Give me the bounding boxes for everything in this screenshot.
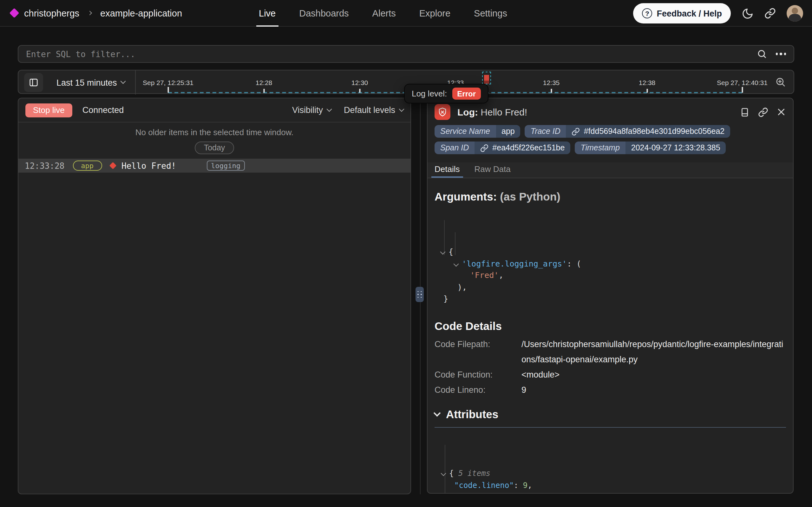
main-nav: Live Dashboards Alerts Explore Settings	[259, 0, 507, 26]
row-value: /Users/christophersamiullah/repos/pydant…	[521, 337, 786, 367]
top-nav: christophergs example-application Live D…	[0, 0, 812, 26]
badge-label: Trace ID	[525, 125, 566, 138]
stop-live-button[interactable]: Stop live	[25, 103, 72, 117]
badge-value: app	[496, 125, 520, 138]
tick-label-start: Sep 27, 12:25:31	[143, 79, 193, 86]
default-levels-label: Default levels	[344, 105, 395, 115]
collapse-chevron-icon[interactable]	[441, 471, 446, 476]
tick-label: 12:38	[639, 79, 655, 86]
service-name-badge: Service Name app	[435, 125, 520, 138]
attributes-divider	[435, 427, 786, 428]
tick-label: 12:30	[352, 79, 368, 86]
tooltip-label: Log level:	[412, 89, 447, 98]
badge-value: #fdd5694a8fa98eb4e301d99ebc056ea2	[584, 127, 725, 136]
code-details-rows: Code Filepath: /Users/christophersamiull…	[435, 337, 786, 398]
nav-item-settings[interactable]: Settings	[474, 0, 507, 26]
chevron-down-icon	[326, 106, 332, 112]
code-filepath-row: Code Filepath: /Users/christophersamiull…	[435, 337, 786, 367]
tab-details[interactable]: Details	[435, 162, 460, 178]
breadcrumb-org[interactable]: christophergs	[24, 8, 79, 18]
nav-item-explore[interactable]: Explore	[419, 0, 450, 26]
indent-guide	[454, 493, 455, 494]
scope-tag: logging	[206, 161, 245, 171]
arguments-heading: Arguments: (as Python)	[435, 190, 786, 204]
error-level-badge: Error	[452, 88, 481, 100]
collapse-chevron-icon[interactable]	[453, 261, 459, 267]
user-avatar[interactable]	[787, 5, 803, 21]
service-tag: app	[73, 161, 102, 171]
more-options-icon[interactable]	[775, 53, 786, 55]
filter-actions	[756, 49, 794, 59]
timeline-start-bracket	[168, 87, 169, 93]
empty-state-message: No older items in the selected time wind…	[135, 127, 294, 137]
row-value: 9	[521, 382, 786, 398]
timestamp-badge: Timestamp 2024-09-27 12:33:28.385	[575, 142, 726, 154]
default-levels-dropdown[interactable]: Default levels	[344, 105, 403, 115]
timeline-end-bracket	[742, 87, 743, 93]
nav-item-live[interactable]: Live	[259, 0, 275, 26]
tick-mark	[264, 89, 264, 93]
permalink-icon[interactable]	[758, 107, 768, 117]
row-label: Code Function:	[435, 367, 521, 382]
moon-icon	[742, 7, 754, 19]
log-row[interactable]: 12:33:28 app Hello Fred! logging	[18, 159, 411, 173]
today-button[interactable]: Today	[195, 142, 234, 154]
tick-mark	[647, 89, 648, 93]
visibility-label: Visibility	[292, 105, 323, 115]
attributes-code[interactable]: { 5 items"code.lineno": 9,"code.function…	[435, 432, 786, 494]
tab-raw-data[interactable]: Raw Data	[475, 162, 511, 178]
tick-mark	[359, 89, 360, 93]
search-icon[interactable]	[756, 49, 767, 59]
error-diamond-icon	[109, 162, 116, 169]
panel-drag-handle[interactable]	[416, 287, 424, 302]
log-level-tooltip: Log level: Error	[404, 84, 489, 103]
nav-actions: ? Feedback / Help	[633, 0, 803, 26]
row-label: Code Lineno:	[435, 382, 521, 398]
attributes-heading: Attributes	[446, 408, 498, 421]
link-icon	[480, 144, 489, 152]
chevron-down-icon	[434, 410, 441, 417]
close-icon[interactable]	[776, 107, 786, 117]
visibility-dropdown[interactable]: Visibility	[292, 105, 331, 115]
feedback-help-button[interactable]: ? Feedback / Help	[633, 3, 731, 23]
logfire-app: christophergs example-application Live D…	[0, 0, 812, 507]
breadcrumb-project[interactable]: example-application	[100, 8, 182, 18]
logfire-logo-icon[interactable]	[9, 8, 19, 18]
attributes-toggle[interactable]: Attributes	[435, 408, 786, 421]
trace-id-badge[interactable]: Trace ID #fdd5694a8fa98eb4e301d99ebc056e…	[525, 125, 731, 138]
details-title-text: Hello Fred!	[481, 107, 527, 117]
span-id-badge[interactable]: Span ID #ea4d5f226ec151be	[435, 142, 570, 154]
dark-mode-toggle[interactable]	[742, 7, 754, 19]
code-lineno-row: Code Lineno: 9	[435, 382, 786, 398]
collapse-chevron-icon[interactable]	[440, 249, 446, 255]
timeline-zoom-button[interactable]	[775, 77, 786, 88]
empty-state: No older items in the selected time wind…	[18, 122, 411, 159]
nav-item-dashboards[interactable]: Dashboards	[299, 0, 349, 26]
row-label: Code Filepath:	[435, 337, 521, 367]
live-panel-header: Stop live Connected Visibility Default l…	[18, 98, 411, 122]
link-icon	[764, 8, 776, 19]
arguments-subheading: (as Python)	[500, 190, 560, 203]
chevron-down-icon	[399, 106, 404, 112]
metadata-badges: Service Name app Trace ID #fdd5694a8fa98…	[428, 122, 793, 154]
tick-mark	[551, 89, 552, 93]
badge-value: #ea4d5f226ec151be	[492, 144, 565, 152]
share-link-button[interactable]	[764, 8, 776, 19]
tick-label: 12:35	[543, 79, 560, 86]
zoom-in-icon	[775, 77, 786, 88]
nav-item-alerts[interactable]: Alerts	[372, 0, 396, 26]
sql-filter-input[interactable]	[18, 49, 756, 59]
link-icon	[572, 127, 580, 135]
details-title-kind: Log:	[457, 107, 478, 117]
arguments-code[interactable]: {'logfire.logging_args': ('Fred',),}	[435, 208, 786, 305]
code-details-heading: Code Details	[435, 320, 786, 333]
tick-label-end: Sep 27, 12:40:31	[717, 79, 767, 86]
row-value: <module>	[521, 367, 786, 382]
badge-label: Service Name	[435, 125, 496, 138]
breadcrumb: christophergs example-application	[0, 8, 182, 18]
log-message: Hello Fred!	[122, 161, 176, 170]
connection-status: Connected	[82, 105, 124, 115]
log-time: 12:33:28	[25, 161, 64, 170]
dock-panel-icon[interactable]	[740, 107, 750, 117]
error-histogram-bar[interactable]	[484, 75, 489, 84]
